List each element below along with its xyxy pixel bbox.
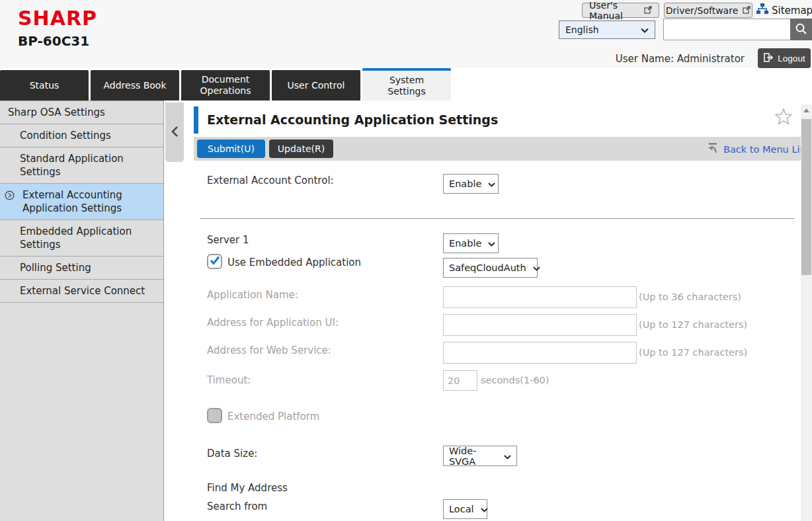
page-title: External Accounting Application Settings [207, 112, 498, 127]
sidebar-item-label: Condition Settings [20, 130, 111, 141]
application-name-note: (Up to 36 characters) [639, 292, 741, 302]
sidebar-item-label: External Service Connect [20, 285, 145, 297]
chevron-down-icon [504, 451, 511, 461]
sidebar-item-label: Sharp OSA Settings [8, 106, 105, 118]
application-name-label: Application Name: [207, 289, 298, 301]
sidebar-item-embedded-application-settings[interactable]: Embedded Application Settings [0, 220, 163, 257]
sidebar-item-label: External Accounting Application Settings [22, 189, 122, 214]
sidebar-item-label: Polling Setting [20, 262, 91, 274]
application-name-input[interactable] [443, 286, 637, 308]
search-icon [795, 22, 807, 37]
data-size-label: Data Size: [207, 448, 257, 460]
logout-button[interactable]: Logout [758, 48, 811, 68]
user-name-label: User Name: Administrator [616, 53, 745, 65]
extended-platform-checkbox[interactable] [207, 408, 222, 423]
users-manual-button[interactable]: User's Manual [582, 3, 659, 18]
sidebar-item-polling-setting[interactable]: Polling Setting [0, 257, 163, 280]
sidebar-item-label: Standard Application Settings [20, 153, 124, 178]
address-for-application-ui-label: Address for Application UI: [207, 317, 339, 329]
find-my-address-label: Find My Address [207, 482, 288, 494]
server1-select[interactable]: Enable [443, 233, 499, 253]
vertical-scrollbar[interactable] [801, 104, 812, 521]
select-value: Local [449, 504, 474, 514]
timeout-unit-note: seconds(1-60) [481, 375, 549, 385]
chevron-down-icon [641, 24, 649, 35]
driver-software-button[interactable]: Driver/Software [664, 3, 752, 18]
users-manual-label: User's Manual [589, 0, 639, 21]
chevron-down-icon [533, 262, 540, 273]
tab-system-settings[interactable]: System Settings [362, 68, 451, 100]
data-size-select[interactable]: Wide-SVGA [443, 446, 517, 466]
tab-document-operations[interactable]: Document Operations [181, 70, 270, 100]
chevron-down-icon [481, 504, 488, 514]
select-value: Enable [449, 238, 481, 249]
tab-status[interactable]: Status [0, 70, 89, 100]
chevron-down-icon [488, 179, 495, 189]
submit-button[interactable]: Submit(U) [197, 140, 265, 158]
use-embedded-application-label: Use Embedded Application [227, 257, 361, 268]
external-link-icon [644, 5, 652, 16]
language-select[interactable]: English [559, 20, 655, 39]
return-arrow-icon [706, 141, 719, 157]
sharp-logo: SHARP [18, 7, 97, 30]
scrollbar-up-arrow[interactable] [801, 104, 812, 116]
use-embedded-application-checkbox[interactable] [207, 254, 222, 269]
logout-label: Logout [778, 54, 805, 63]
extended-platform-label: Extended Platform [227, 411, 319, 422]
tab-user-control[interactable]: User Control [272, 70, 360, 100]
sidebar-item-external-service-connect[interactable]: External Service Connect [0, 280, 163, 303]
sidebar-collapse-button[interactable] [165, 102, 184, 162]
address-for-application-ui-input[interactable] [443, 314, 637, 336]
search-from-label: Search from [207, 501, 267, 512]
favorite-star-icon[interactable] [774, 107, 793, 130]
sitemap-icon [756, 3, 768, 17]
address-for-web-service-input[interactable] [443, 342, 637, 364]
select-value: Wide-SVGA [449, 446, 497, 467]
tab-address-book[interactable]: Address Book [91, 70, 179, 100]
embedded-application-select[interactable]: SafeqCloudAuth [443, 258, 538, 278]
sidebar-item-condition-settings[interactable]: Condition Settings [0, 124, 163, 147]
timeout-input[interactable] [443, 370, 477, 391]
tab-label: Address Book [103, 80, 166, 91]
title-accent-bar [194, 106, 198, 134]
tab-label: Document Operations [190, 74, 261, 97]
search-input[interactable] [663, 19, 791, 40]
back-to-menu-list-label: Back to Menu List [723, 144, 809, 155]
sitemap-label: Sitemap [772, 5, 812, 17]
external-link-icon [743, 5, 751, 16]
sidebar-item-sharp-osa-settings[interactable]: Sharp OSA Settings [0, 100, 163, 124]
external-account-control-select[interactable]: Enable [443, 174, 499, 194]
search-from-select[interactable]: Local [443, 499, 487, 519]
settings-sidebar: Sharp OSA Settings Condition Settings St… [0, 100, 164, 521]
section-divider [200, 218, 794, 219]
sidebar-item-external-accounting-application-settings[interactable]: External Accounting Application Settings [0, 184, 163, 220]
scrollbar-thumb[interactable] [801, 119, 811, 275]
tab-label: System Settings [372, 75, 442, 97]
sidebar-item-standard-application-settings[interactable]: Standard Application Settings [0, 147, 163, 184]
sidebar-item-label: Embedded Application Settings [20, 225, 132, 251]
chevron-left-icon [171, 126, 179, 140]
checkmark-icon [210, 256, 220, 268]
address-for-application-ui-note: (Up to 127 characters) [639, 319, 747, 330]
server1-label: Server 1 [207, 234, 249, 246]
select-value: SafeqCloudAuth [449, 262, 526, 273]
external-account-control-label: External Account Control: [207, 175, 334, 186]
timeout-label: Timeout: [207, 374, 251, 386]
update-button[interactable]: Update(R) [269, 140, 333, 158]
back-to-menu-list-link[interactable]: Back to Menu List [706, 141, 809, 157]
sharp-web-admin-page: SHARP BP-60C31 User's Manual Driver/Soft… [0, 0, 812, 521]
logout-icon [763, 52, 774, 65]
page-header: SHARP BP-60C31 User's Manual Driver/Soft… [0, 0, 812, 68]
tab-label: User Control [288, 80, 345, 91]
tab-label: Status [30, 80, 60, 91]
driver-software-label: Driver/Software [666, 5, 739, 16]
address-for-web-service-label: Address for Web Service: [207, 344, 331, 356]
sitemap-link[interactable]: Sitemap [756, 3, 812, 18]
selected-arrow-icon [5, 190, 15, 204]
select-value: Enable [449, 179, 481, 189]
address-for-web-service-note: (Up to 127 characters) [639, 347, 747, 358]
main-tab-bar: Status Address Book Document Operations … [0, 68, 451, 100]
search-button[interactable] [790, 19, 812, 40]
printer-model: BP-60C31 [18, 33, 89, 49]
chevron-down-icon [488, 238, 495, 249]
